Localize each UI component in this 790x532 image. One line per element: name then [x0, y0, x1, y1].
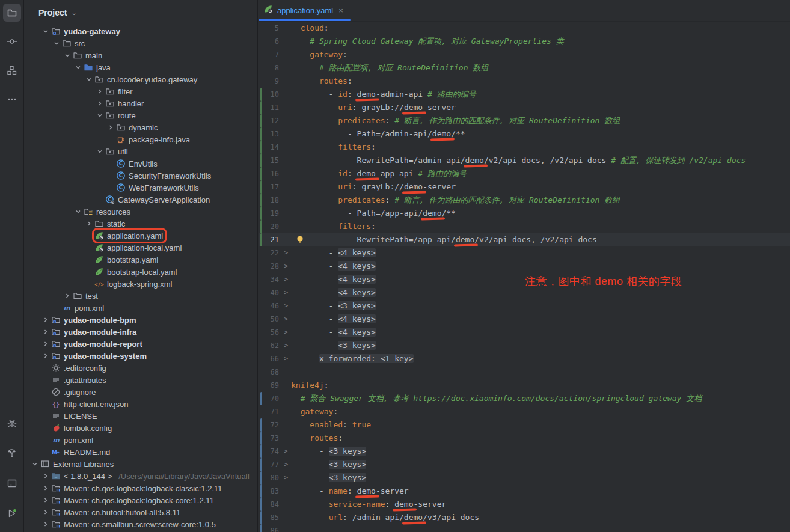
line-number[interactable]: 19 — [271, 207, 279, 220]
code-line-62[interactable]: 62> - <3 keys> — [259, 339, 790, 352]
code-line-83[interactable]: 83 - name: demo-server — [259, 485, 790, 498]
tree-item-maven-cn-hutool-hutool-all-5-8-11[interactable]: Maven: cn.hutool:hutool-all:5.8.11 — [25, 506, 257, 518]
code-line-77[interactable]: 77> - <3 keys> — [259, 458, 790, 471]
line-number[interactable]: 86 — [271, 524, 279, 532]
line-number[interactable]: 12 — [271, 114, 279, 127]
fold-arrow-icon[interactable]: > — [284, 299, 288, 313]
chevron-closed-icon[interactable] — [62, 292, 72, 299]
chevron-closed-icon[interactable] — [40, 509, 51, 516]
project-panel-header[interactable]: Project ⌄ — [25, 0, 257, 25]
line-number[interactable]: 46 — [271, 299, 279, 313]
tree-item-maven-cn-smallbun-screw-screw-core-1-0-5[interactable]: Maven: cn.smallbun.screw:screw-core:1.0.… — [25, 518, 257, 530]
chevron-closed-icon[interactable] — [94, 88, 105, 95]
tree-item-yudao-module-infra[interactable]: yudao-module-infra — [25, 326, 257, 338]
code-editor[interactable]: 5 cloud:6 # Spring Cloud Gateway 配置项, 对应… — [259, 22, 790, 532]
code-line-66[interactable]: 66> x-forwarded: <1 key> — [259, 352, 790, 365]
tree-item-license[interactable]: LICENSE — [25, 410, 257, 422]
code-line-72[interactable]: 72 enabled: true — [259, 418, 790, 432]
line-number[interactable]: 9 — [275, 75, 279, 88]
tree-item-webframeworkutils[interactable]: CWebFrameworkUtils — [25, 182, 257, 194]
tree-item-maven-ch-qos-logback-logback-core-1-2-11[interactable]: Maven: ch.qos.logback:logback-core:1.2.1… — [25, 494, 257, 506]
tree-item-gatewayserverapplication[interactable]: CGatewayServerApplication — [25, 194, 257, 206]
chevron-open-icon[interactable] — [29, 460, 40, 468]
tree-item-route[interactable]: route — [25, 109, 257, 121]
tree-item-bootstrap-local-yaml[interactable]: bootstrap-local.yaml — [25, 266, 257, 278]
tree-item-yudao-module-system[interactable]: yudao-module-system — [25, 350, 257, 362]
fold-arrow-icon[interactable]: > — [284, 471, 288, 485]
tree-item-cn-iocoder-yudao-gateway[interactable]: cn.iocoder.yudao.gateway — [25, 73, 257, 85]
terminal-tool-button[interactable] — [3, 474, 21, 492]
line-number[interactable]: 71 — [271, 405, 279, 418]
tree-item-handler[interactable]: handler — [25, 97, 257, 109]
line-number[interactable]: 72 — [271, 418, 279, 432]
fold-arrow-icon[interactable]: > — [284, 339, 288, 352]
chevron-open-icon[interactable] — [40, 28, 51, 35]
line-number[interactable]: 22 — [271, 246, 279, 260]
code-line-10[interactable]: 10 - id: demo-admin-api # 路由的编号 — [259, 88, 790, 101]
line-number[interactable]: 18 — [271, 194, 279, 207]
code-line-28[interactable]: 28> - <4 keys> — [259, 260, 790, 273]
line-number[interactable]: 50 — [271, 313, 279, 326]
code-line-68[interactable]: 68 — [259, 365, 790, 379]
tree-item-static[interactable]: static — [25, 218, 257, 230]
commit-tool-button[interactable] — [3, 32, 21, 50]
code-line-14[interactable]: 14 filters: — [259, 141, 790, 154]
build-tool-button[interactable] — [3, 444, 21, 462]
tree-item-dynamic[interactable]: dynamic — [25, 121, 257, 133]
code-line-56[interactable]: 56> - <4 keys> — [259, 326, 790, 339]
line-number[interactable]: 21 — [271, 233, 279, 246]
tree-item-readme-md[interactable]: MREADME.md — [25, 446, 257, 458]
code-line-17[interactable]: 17 uri: grayLb://demo-server — [259, 180, 790, 194]
line-number[interactable]: 74 — [271, 445, 279, 458]
chevron-open-icon[interactable] — [73, 64, 83, 71]
tree-item-yudao-module-report[interactable]: yudao-module-report — [25, 338, 257, 350]
chevron-closed-icon[interactable] — [40, 316, 51, 323]
chevron-open-icon[interactable] — [94, 112, 105, 119]
code-line-9[interactable]: 9 routes: — [259, 75, 790, 88]
fold-arrow-icon[interactable]: > — [284, 445, 288, 458]
chevron-closed-icon[interactable] — [40, 485, 51, 492]
tree-item-pom-xml[interactable]: mpom.xml — [25, 434, 257, 446]
chevron-closed-icon[interactable] — [40, 521, 51, 528]
line-number[interactable]: 69 — [271, 379, 279, 392]
code-line-40[interactable]: 40> - <4 keys> — [259, 286, 790, 299]
tree-item-filter[interactable]: filter — [25, 85, 257, 97]
tree-item-maven-ch-qos-logback-logback-classic-1-2-11[interactable]: Maven: ch.qos.logback:logback-classic:1.… — [25, 482, 257, 494]
line-number[interactable]: 40 — [271, 286, 279, 299]
tree-item-1-8-0-144[interactable]: < 1.8.0_144 >/Users/yunai/Library/Java/J… — [25, 470, 257, 482]
line-number[interactable]: 28 — [271, 260, 279, 273]
tree-item-main[interactable]: main — [25, 49, 257, 61]
structure-tool-button[interactable] — [3, 61, 21, 79]
tree-item-util[interactable]: util — [25, 145, 257, 157]
tree-item-external-libraries[interactable]: External Libraries — [25, 458, 257, 470]
code-line-84[interactable]: 84 service-name: demo-server — [259, 498, 790, 511]
line-number[interactable]: 7 — [275, 48, 279, 61]
line-number[interactable]: 17 — [271, 180, 279, 194]
code-line-15[interactable]: 15 - RewritePath=/admin-api/demo/v2/api-… — [259, 154, 790, 167]
code-line-20[interactable]: 20 filters: — [259, 220, 790, 233]
tree-item-resources[interactable]: resources — [25, 206, 257, 218]
tree-item-securityframeworkutils[interactable]: CSecurityFrameworkUtils — [25, 170, 257, 182]
line-number[interactable]: 62 — [271, 339, 279, 352]
project-tool-button[interactable] — [3, 4, 21, 22]
tree-item-pom-xml[interactable]: mpom.xml — [25, 302, 257, 314]
fold-arrow-icon[interactable]: > — [284, 313, 288, 326]
line-number[interactable]: 68 — [271, 365, 279, 379]
tree-item-http-client-env-json[interactable]: {}http-client.env.json — [25, 398, 257, 410]
line-number[interactable]: 77 — [271, 458, 279, 471]
chevron-open-icon[interactable] — [51, 40, 61, 47]
line-number[interactable]: 80 — [271, 471, 279, 485]
chevron-closed-icon[interactable] — [40, 472, 51, 480]
line-number[interactable]: 11 — [271, 101, 279, 114]
debug-tool-button[interactable] — [3, 414, 21, 432]
line-number[interactable]: 6 — [275, 35, 279, 48]
line-number[interactable]: 73 — [271, 432, 279, 445]
code-line-73[interactable]: 73 routes: — [259, 432, 790, 445]
tree-item-application-local-yaml[interactable]: application-local.yaml — [25, 242, 257, 254]
fold-arrow-icon[interactable]: > — [284, 352, 288, 365]
chevron-open-icon[interactable] — [73, 208, 83, 215]
code-line-86[interactable]: 86 — [259, 524, 790, 532]
code-line-13[interactable]: 13 - Path=/admin-api/demo/** — [259, 127, 790, 141]
code-line-46[interactable]: 46> - <3 keys> — [259, 299, 790, 313]
code-line-12[interactable]: 12 predicates: # 断言, 作为路由的匹配条件, 对应 Route… — [259, 114, 790, 127]
